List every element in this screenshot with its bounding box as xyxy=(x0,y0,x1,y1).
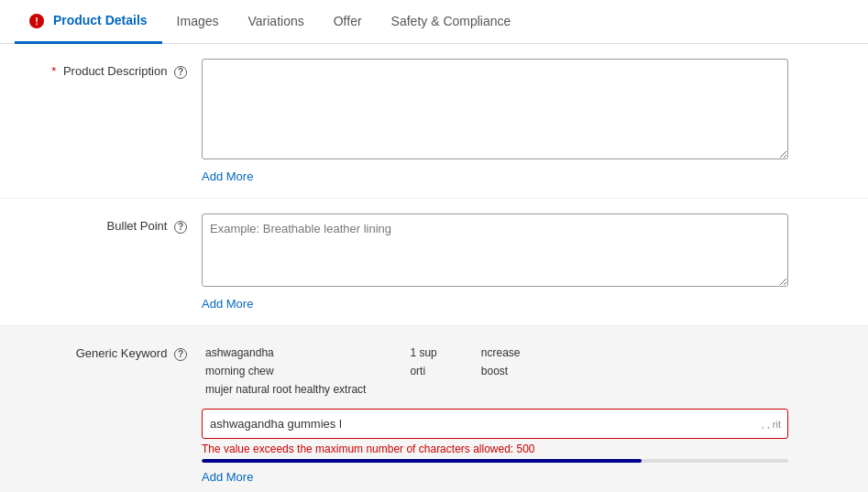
tab-safety-compliance[interactable]: Safety & Compliance xyxy=(377,1,526,44)
generic-keyword-input[interactable] xyxy=(202,409,788,439)
keyword-suggestions-col-2: ncrease boost xyxy=(478,344,524,398)
generic-keyword-add-more[interactable]: Add More xyxy=(202,470,253,484)
keyword-suggestion-1sup[interactable]: 1 sup xyxy=(406,344,440,361)
tab-label-variations: Variations xyxy=(248,14,304,28)
keyword-suggestion-orti[interactable]: orti xyxy=(406,363,440,379)
keyword-suggestion-ashwagandha[interactable]: ashwagandha xyxy=(202,344,369,361)
tab-product-details[interactable]: ! Product Details xyxy=(15,0,162,44)
required-marker: * xyxy=(51,64,56,78)
generic-keyword-field: ashwagandha morning chew mujer natural r… xyxy=(202,341,788,484)
product-description-help-icon[interactable]: ? xyxy=(174,66,187,79)
tab-label-safety-compliance: Safety & Compliance xyxy=(391,14,511,28)
bullet-point-label: Bullet Point xyxy=(107,219,168,233)
generic-keyword-label: Generic Keyword xyxy=(76,346,168,360)
product-description-textarea[interactable] xyxy=(202,59,788,159)
generic-keyword-progress-bar xyxy=(202,459,788,463)
bullet-point-field: Add More xyxy=(202,213,788,311)
keyword-suggestion-morning-chew[interactable]: morning chew xyxy=(202,363,369,379)
main-content: * Product Description ? Add More Bullet … xyxy=(0,44,868,492)
error-icon: ! xyxy=(29,14,44,28)
product-description-row: * Product Description ? Add More xyxy=(0,44,868,199)
keyword-suggestions: ashwagandha morning chew mujer natural r… xyxy=(202,341,788,401)
keyword-suggestion-mujer[interactable]: mujer natural root healthy extract xyxy=(202,381,369,398)
generic-keyword-input-wrapper: , , rit xyxy=(202,409,788,439)
generic-keyword-error-message: The value exceeds the maximum number of … xyxy=(202,443,788,455)
product-description-add-more[interactable]: Add More xyxy=(202,169,253,183)
progress-bar-fill xyxy=(202,459,642,463)
product-description-label-col: * Product Description ? xyxy=(18,59,202,79)
generic-keyword-row: Generic Keyword ? ashwagandha morning ch… xyxy=(0,326,868,492)
generic-keyword-label-col: Generic Keyword ? xyxy=(18,341,202,361)
tab-label-product-details: Product Details xyxy=(53,13,148,27)
bullet-point-label-col: Bullet Point ? xyxy=(18,213,202,234)
generic-keyword-help-icon[interactable]: ? xyxy=(174,348,187,361)
tab-images[interactable]: Images xyxy=(162,1,234,44)
keyword-suggestions-col-1: 1 sup orti xyxy=(406,344,440,398)
tab-label-images: Images xyxy=(177,14,219,28)
bullet-point-row: Bullet Point ? Add More xyxy=(0,199,868,326)
tab-bar: ! Product Details Images Variations Offe… xyxy=(0,0,868,44)
tab-variations[interactable]: Variations xyxy=(234,1,319,44)
keyword-suggestions-col-0: ashwagandha morning chew mujer natural r… xyxy=(202,344,369,398)
keyword-suggestion-ncrease[interactable]: ncrease xyxy=(478,344,524,361)
product-description-label: Product Description xyxy=(63,64,167,78)
tab-label-offer: Offer xyxy=(334,14,362,28)
bullet-point-help-icon[interactable]: ? xyxy=(174,221,187,234)
bullet-point-add-more[interactable]: Add More xyxy=(202,297,253,311)
product-description-field: Add More xyxy=(202,59,788,183)
tab-offer[interactable]: Offer xyxy=(319,1,377,44)
keyword-suggestion-boost[interactable]: boost xyxy=(478,363,524,379)
bullet-point-textarea[interactable] xyxy=(202,213,788,287)
